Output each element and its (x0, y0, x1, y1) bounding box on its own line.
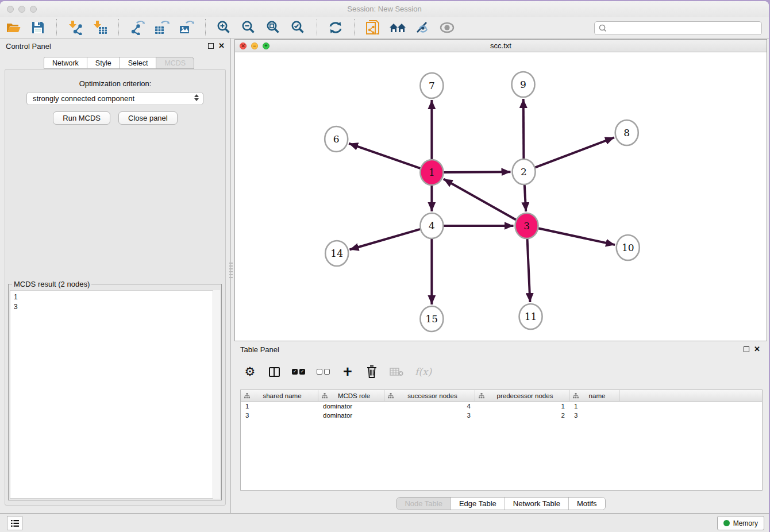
column-header[interactable]: name (569, 390, 619, 401)
graph-node-9[interactable]: 9 (512, 72, 535, 97)
result-scrollbar[interactable] (213, 290, 220, 499)
node-label: 10 (622, 242, 634, 253)
zoom-fit-icon[interactable] (265, 20, 282, 36)
export-image-icon[interactable] (178, 20, 195, 36)
deselect-all-columns-icon[interactable] (317, 364, 330, 379)
panel-splitter[interactable] (229, 263, 233, 279)
graph-edge-2-9[interactable] (523, 99, 524, 160)
hide-selected-icon[interactable] (414, 20, 431, 36)
float-panel-icon[interactable] (208, 43, 214, 49)
settings-gear-icon[interactable]: ⚙ (244, 364, 256, 379)
column-header[interactable]: shared name (241, 390, 318, 401)
graph-node-8[interactable]: 8 (615, 120, 638, 145)
zoom-out-icon[interactable] (240, 20, 257, 36)
tab-network[interactable]: Network (44, 57, 87, 69)
graph-node-3[interactable]: 3 (515, 213, 538, 238)
graph-node-4[interactable]: 4 (420, 213, 443, 238)
table-row[interactable]: 1dominator411 (241, 402, 762, 411)
network-canvas[interactable]: 7968124314101511 (235, 52, 767, 341)
tab-style[interactable]: Style (87, 57, 120, 69)
search-input[interactable] (594, 21, 762, 35)
close-network-icon[interactable]: ✕ (240, 43, 247, 49)
app-window: Session: New Session (0, 1, 769, 532)
table-panel: Table Panel ✕ ⚙ ✓✓ + f(x) shared nameMCD… (234, 341, 767, 513)
toolbar-separator (118, 19, 119, 36)
tab-mcds[interactable]: MCDS (156, 57, 194, 69)
select-all-columns-icon[interactable]: ✓✓ (292, 364, 305, 379)
column-header[interactable]: successor nodes (384, 390, 475, 401)
node-table: shared nameMCDS rolesuccessor nodesprede… (240, 390, 763, 491)
graph-node-10[interactable]: 10 (617, 235, 640, 260)
graph-node-7[interactable]: 7 (420, 73, 443, 98)
close-panel-icon[interactable]: ✕ (218, 43, 225, 49)
node-label: 2 (521, 166, 527, 178)
tab-node-table[interactable]: Node Table (396, 498, 451, 510)
open-session-icon[interactable] (5, 20, 22, 36)
mcds-result-text[interactable]: 1 3 (10, 290, 220, 499)
tab-edge-table[interactable]: Edge Table (451, 498, 505, 510)
show-all-eye-icon[interactable] (438, 20, 456, 36)
graph-edge-3-10[interactable] (537, 228, 615, 245)
show-column-panel-icon[interactable] (268, 364, 280, 379)
graph-edge-2-3[interactable] (525, 184, 526, 211)
graph-node-15[interactable]: 15 (420, 306, 443, 331)
memory-label: Memory (733, 519, 758, 527)
delete-trash-icon[interactable] (365, 364, 378, 379)
export-network-icon[interactable] (129, 20, 146, 36)
run-mcds-button[interactable]: Run MCDS (53, 111, 110, 125)
main-toolbar (0, 17, 769, 38)
table-cell[interactable]: 1 (475, 402, 569, 411)
export-table-icon[interactable] (153, 20, 171, 36)
add-column-plus-icon[interactable]: + (341, 364, 354, 379)
clone-network-icon[interactable] (364, 20, 382, 36)
maximize-network-icon[interactable]: + (263, 43, 270, 49)
tab-motifs[interactable]: Motifs (568, 498, 605, 510)
table-cell[interactable]: 3 (384, 411, 475, 420)
node-label: 11 (525, 311, 537, 322)
toolbar-separator (56, 19, 57, 36)
hierarchy-icon (479, 393, 484, 399)
table-cell[interactable]: 4 (384, 402, 475, 411)
graph-edge-1-6[interactable] (349, 144, 421, 169)
table-cell[interactable]: 1 (241, 402, 318, 411)
graph-edge-4-14[interactable] (349, 229, 421, 249)
toolbar-separator (317, 19, 317, 36)
zoom-selected-icon[interactable] (290, 20, 307, 36)
tab-select[interactable]: Select (120, 57, 157, 69)
graph-node-1[interactable]: 1 (420, 160, 443, 185)
save-session-icon[interactable] (29, 20, 47, 36)
mcds-result-box: MCDS result (2 nodes) 1 3 (8, 284, 222, 500)
import-table-icon[interactable] (91, 20, 109, 36)
graph-node-14[interactable]: 14 (325, 241, 348, 266)
table-cell[interactable]: 2 (475, 411, 569, 420)
graph-edge-2-8[interactable] (534, 137, 614, 168)
close-table-panel-icon[interactable]: ✕ (754, 346, 760, 353)
table-cell[interactable]: dominator (318, 402, 384, 411)
graph-node-2[interactable]: 2 (513, 159, 536, 184)
memory-button[interactable]: Memory (717, 516, 764, 530)
graph-edge-3-11[interactable] (527, 238, 530, 302)
graph-node-11[interactable]: 11 (519, 304, 542, 329)
neighbors-houses-icon[interactable] (389, 20, 406, 36)
zoom-in-icon[interactable] (215, 20, 233, 36)
column-header[interactable]: MCDS role (318, 390, 384, 401)
import-network-icon[interactable] (67, 20, 84, 36)
column-header[interactable]: predecessor nodes (475, 390, 569, 401)
float-table-panel-icon[interactable] (744, 346, 749, 352)
graph-node-6[interactable]: 6 (325, 126, 348, 152)
table-cell[interactable]: 3 (241, 411, 318, 420)
graph-edge-3-1[interactable] (444, 179, 517, 221)
close-panel-button[interactable]: Close panel (118, 111, 178, 125)
refresh-layout-icon[interactable] (327, 20, 344, 36)
table-row[interactable]: 3dominator323 (241, 411, 762, 420)
node-label: 8 (623, 127, 630, 138)
tab-network-table[interactable]: Network Table (505, 498, 568, 510)
minimize-network-icon[interactable]: − (251, 43, 258, 49)
table-cell[interactable]: 1 (569, 402, 619, 411)
graph-edge-1-2[interactable] (442, 172, 510, 172)
criterion-select[interactable]: strongly connected component (26, 92, 203, 105)
hierarchy-icon (244, 393, 250, 399)
table-cell[interactable]: 3 (569, 411, 619, 420)
table-cell[interactable]: dominator (318, 411, 384, 420)
task-history-button[interactable] (7, 516, 22, 530)
